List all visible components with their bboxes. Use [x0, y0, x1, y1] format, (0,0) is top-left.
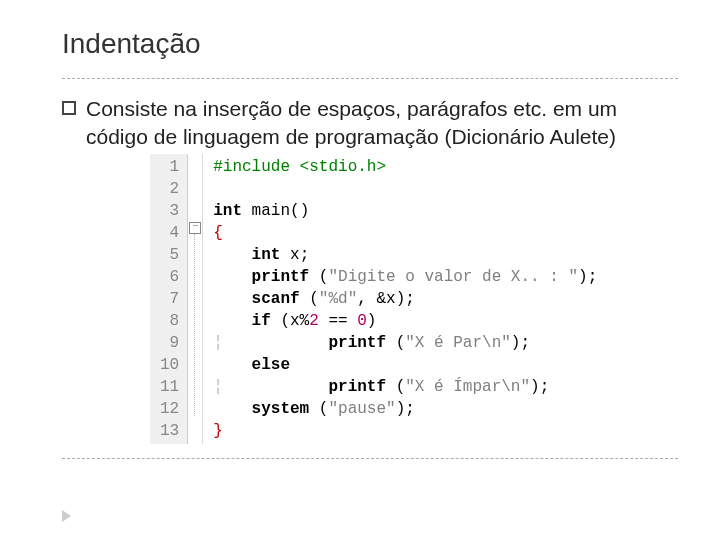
code-token: printf: [252, 378, 386, 396]
line-number: 9: [160, 332, 179, 354]
code-token: "X é Ímpar\n": [405, 378, 530, 396]
code-token: printf: [213, 268, 309, 286]
code-token: main(): [242, 202, 309, 220]
code-token: int: [213, 246, 280, 264]
code-token: {: [213, 224, 223, 242]
slide: Indentação Consiste na inserção de espaç…: [0, 0, 720, 540]
code-token: int: [213, 202, 242, 220]
code-token: else: [213, 356, 290, 374]
line-number: 3: [160, 200, 179, 222]
code-token: (: [386, 378, 405, 396]
code-token: system: [213, 400, 309, 418]
code-token: printf: [252, 334, 386, 352]
code-token: (: [309, 268, 328, 286]
code-token: "%d": [319, 290, 357, 308]
line-number: 8: [160, 310, 179, 332]
line-number: 2: [160, 178, 179, 200]
code-token: "X é Par\n": [405, 334, 511, 352]
code-token: );: [396, 400, 415, 418]
code-token: "pause": [328, 400, 395, 418]
fold-column: −: [188, 154, 203, 444]
line-number-gutter: 1 2 3 4 5 6 7 8 9 10 11 12 13: [150, 154, 188, 444]
code-block: 1 2 3 4 5 6 7 8 9 10 11 12 13 − #include…: [150, 154, 678, 444]
code-token: );: [530, 378, 549, 396]
code-token: 0: [357, 312, 367, 330]
code-token: );: [511, 334, 530, 352]
code-token: x;: [280, 246, 309, 264]
code-token: (: [309, 400, 328, 418]
bullet-square-icon: [62, 101, 76, 115]
code-token: if: [213, 312, 271, 330]
code-token: 2: [309, 312, 319, 330]
code-content: #include <stdio.h> int main() { int x; p…: [203, 154, 597, 444]
indent-guide: ¦: [213, 378, 251, 396]
code-token: , &x);: [357, 290, 415, 308]
code-token: ): [367, 312, 377, 330]
code-token: (: [386, 334, 405, 352]
line-number: 7: [160, 288, 179, 310]
code-token: "Digite o valor de X.. : ": [328, 268, 578, 286]
line-number: 10: [160, 354, 179, 376]
line-number: 13: [160, 420, 179, 442]
line-number: 4: [160, 222, 179, 244]
divider-bottom: [62, 458, 678, 459]
code-token: );: [578, 268, 597, 286]
code-token: #include <stdio.h>: [213, 158, 386, 176]
indent-guide: ¦: [213, 334, 251, 352]
line-number: 6: [160, 266, 179, 288]
code-token: }: [213, 422, 223, 440]
bullet-item: Consiste na inserção de espaços, parágra…: [62, 95, 678, 152]
divider-top: [62, 78, 678, 79]
fold-toggle-icon[interactable]: −: [189, 222, 201, 234]
line-number: 1: [160, 156, 179, 178]
footer-triangle-icon: [62, 510, 71, 522]
code-token: (x%: [271, 312, 309, 330]
line-number: 5: [160, 244, 179, 266]
fold-guide-line: [194, 234, 195, 416]
line-number: 11: [160, 376, 179, 398]
line-number: 12: [160, 398, 179, 420]
code-token: (: [300, 290, 319, 308]
code-token: scanf: [213, 290, 299, 308]
bullet-text: Consiste na inserção de espaços, parágra…: [86, 95, 678, 152]
code-token: ==: [319, 312, 357, 330]
page-title: Indentação: [62, 28, 678, 60]
